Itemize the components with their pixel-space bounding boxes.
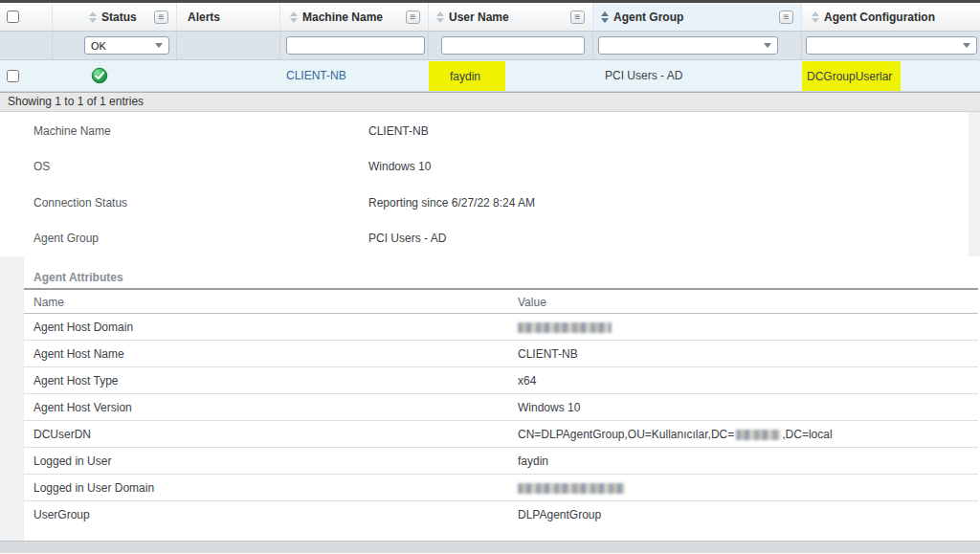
table-filter-row: OK	[0, 32, 980, 60]
attribute-row: Agent Host Type x64	[24, 367, 978, 394]
machine-name-filter-input[interactable]	[286, 36, 425, 55]
filter-cell-empty	[0, 32, 53, 59]
name-column-header: Name	[33, 296, 64, 309]
column-header-alerts[interactable]: Alerts	[177, 3, 280, 31]
attribute-row: Agent Host Version Windows 10	[24, 394, 978, 421]
table-header-row: Status ≡ Alerts Machine Name ≡ User Name…	[0, 0, 980, 32]
detail-value: Reporting since 6/27/22 8:24 AM	[368, 196, 535, 210]
attributes-left-gutter	[0, 256, 24, 541]
column-label-agent-group: Agent Group	[613, 11, 683, 24]
redacted-value	[736, 430, 780, 440]
attribute-name: DCUserDN	[33, 428, 91, 441]
sort-icon[interactable]	[89, 11, 97, 23]
redacted-value	[518, 322, 612, 333]
chevron-down-icon	[963, 43, 970, 48]
filter-cell-machine-name	[280, 32, 429, 59]
sort-icon[interactable]	[812, 11, 819, 23]
attribute-name: Agent Host Domain	[33, 321, 133, 334]
attribute-name: Agent Host Type	[33, 374, 119, 388]
status-filter-select[interactable]: OK	[84, 36, 169, 55]
column-header-agent-configuration[interactable]: Agent Configuration	[802, 3, 980, 31]
attribute-value: x64	[518, 374, 536, 388]
attribute-value: DLPAgentGroup	[518, 508, 601, 521]
agent-attributes-title: Agent Attributes	[24, 256, 978, 290]
detail-row: Connection Status Reporting since 6/27/2…	[0, 196, 969, 211]
detail-row: Machine Name CLIENT-NB	[0, 124, 969, 140]
bottom-scroll-track[interactable]	[0, 541, 980, 553]
agent-group-value: PCI Users - AD	[593, 69, 682, 82]
detail-row: Agent Group PCI Users - AD	[0, 232, 969, 247]
column-menu-icon[interactable]: ≡	[779, 11, 793, 24]
header-select-all-cell	[0, 3, 53, 31]
chevron-down-icon	[764, 43, 771, 48]
user-name-value: faydin	[450, 70, 480, 83]
sort-icon-active[interactable]	[601, 11, 609, 23]
attributes-header-row: Name Value	[24, 290, 978, 314]
dn-prefix: CN=DLPAgentGroup,OU=Kullanıcılar,DC=	[518, 428, 734, 441]
attribute-row: UserGroup DLPAgentGroup	[24, 501, 978, 528]
column-header-user-name[interactable]: User Name ≡	[429, 3, 593, 31]
agent-group-filter-select[interactable]	[598, 36, 778, 55]
column-header-status[interactable]: Status ≡	[53, 3, 177, 31]
highlighted-agent-configuration: DCGroupUserlar	[802, 61, 901, 91]
column-menu-icon[interactable]: ≡	[154, 11, 168, 24]
detail-value: PCI Users - AD	[368, 232, 446, 245]
detail-row: OS Windows 10	[0, 160, 969, 175]
detail-label: OS	[33, 160, 50, 173]
attribute-value	[518, 321, 612, 334]
detail-right-gutter	[969, 112, 980, 256]
agent-monitor-screen: Status ≡ Alerts Machine Name ≡ User Name…	[0, 0, 980, 554]
column-menu-icon[interactable]: ≡	[570, 11, 585, 24]
row-user-name-cell: faydin	[429, 60, 593, 91]
machine-name-link[interactable]: CLIENT-NB	[280, 69, 346, 82]
column-label-agent-configuration: Agent Configuration	[824, 11, 935, 24]
select-all-checkbox[interactable]	[7, 11, 19, 23]
filter-cell-alerts	[177, 32, 280, 59]
entries-summary: Showing 1 to 1 of 1 entries	[0, 92, 980, 112]
agent-detail-panel: Machine Name CLIENT-NB OS Windows 10 Con…	[0, 112, 969, 256]
attribute-row: Agent Host Domain	[24, 314, 978, 341]
attribute-row: Logged in User Domain	[24, 475, 978, 501]
redacted-value	[518, 483, 625, 494]
column-header-agent-group[interactable]: Agent Group ≡	[593, 3, 802, 31]
column-label-status: Status	[101, 11, 137, 24]
detail-label: Agent Group	[33, 232, 99, 245]
attribute-value: Windows 10	[518, 401, 580, 414]
attribute-name: Agent Host Name	[33, 347, 124, 361]
attribute-value	[518, 481, 625, 495]
column-label-alerts: Alerts	[182, 11, 220, 24]
status-filter-value: OK	[91, 40, 106, 52]
column-menu-icon[interactable]: ≡	[406, 11, 420, 24]
attribute-row: DCUserDN CN=DLPAgentGroup,OU=Kullanıcıla…	[24, 421, 978, 448]
agent-table-row[interactable]: CLIENT-NB faydin PCI Users - AD DCGroupU…	[0, 60, 980, 92]
filter-cell-status: OK	[53, 32, 177, 59]
sort-icon[interactable]	[290, 11, 298, 23]
sort-icon[interactable]	[436, 11, 444, 23]
row-agent-configuration-cell: DCGroupUserlar	[802, 60, 980, 91]
machine-name-link[interactable]: CLIENT-NB	[368, 124, 429, 138]
row-machine-name-cell: CLIENT-NB	[280, 60, 429, 91]
column-header-machine-name[interactable]: Machine Name ≡	[280, 3, 429, 31]
chevron-down-icon	[155, 43, 163, 48]
row-select-cell	[0, 60, 53, 91]
filter-cell-agent-configuration	[802, 32, 980, 59]
detail-label: Connection Status	[33, 196, 127, 210]
attribute-value: faydin	[518, 454, 548, 468]
agent-attributes-panel: Agent Attributes Name Value Agent Host D…	[24, 256, 978, 541]
agent-configuration-value: DCGroupUserlar	[807, 70, 892, 83]
attribute-name: Agent Host Version	[33, 401, 132, 414]
row-alerts-cell	[177, 60, 280, 91]
row-status-cell	[53, 60, 177, 91]
column-label-machine-name: Machine Name	[302, 11, 383, 24]
attribute-name: UserGroup	[33, 508, 90, 521]
row-checkbox[interactable]	[7, 70, 19, 82]
attribute-row: Agent Host Name CLIENT-NB	[24, 341, 978, 367]
highlighted-user-name: faydin	[429, 61, 505, 91]
detail-label: Machine Name	[33, 124, 111, 138]
detail-value: Windows 10	[368, 160, 431, 173]
filter-cell-agent-group	[593, 32, 802, 59]
column-label-user-name: User Name	[449, 11, 509, 24]
attribute-name: Logged in User	[33, 454, 111, 468]
agent-configuration-filter-select[interactable]	[806, 36, 977, 55]
user-name-filter-input[interactable]	[441, 36, 585, 55]
